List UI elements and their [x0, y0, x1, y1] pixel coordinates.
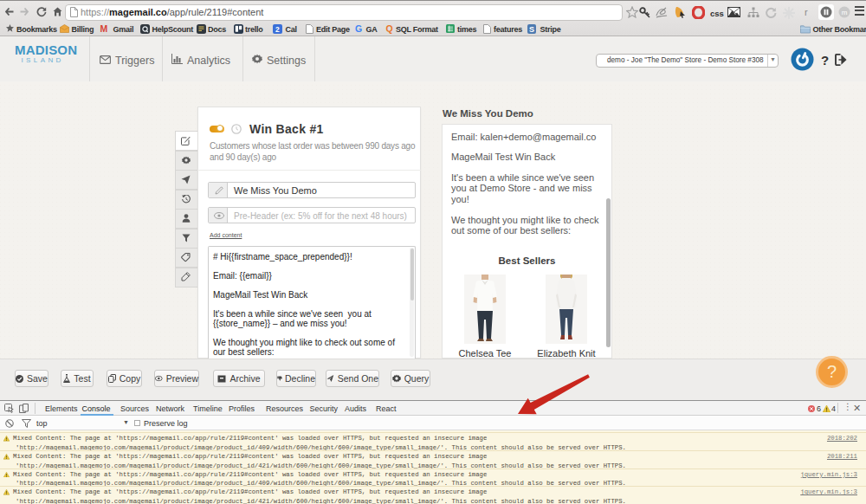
svg-text:m: m: [842, 9, 848, 16]
